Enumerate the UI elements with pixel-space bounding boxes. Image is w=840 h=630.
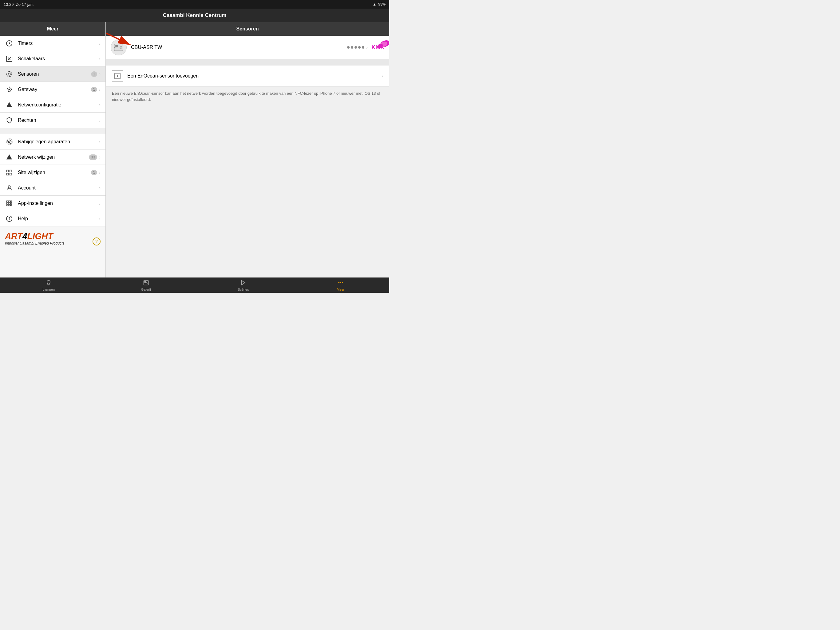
status-time-date: 13:29 Zo 17 jan. [4,2,34,7]
svg-line-2 [9,43,10,44]
person-icon [5,184,14,192]
sidebar: Meer Timers › Schakelaars › [0,22,106,277]
switch-icon [5,54,14,63]
svg-rect-14 [7,170,9,172]
chevron-icon: › [99,72,101,77]
svg-rect-25 [7,204,8,206]
sidebar-item-sensoren[interactable]: Sensoren 1 › [0,66,106,82]
tab-galerij-label: Galerij [141,288,151,291]
svg-rect-22 [7,203,8,204]
svg-point-47 [342,282,343,283]
svg-rect-17 [10,173,12,175]
sidebar-header: Meer [0,22,106,36]
help-label: Help [18,216,99,222]
rechten-label: Rechten [18,117,99,123]
svg-rect-26 [9,204,10,206]
sidebar-item-app-instellingen[interactable]: App-instellingen › [0,196,106,211]
add-sensor-item[interactable]: Een EnOcean-sensor toevoegen › [106,65,389,87]
gateway-icon [5,85,14,94]
logo-subtitle: Importer Casambi Enabled Products [5,241,101,245]
tab-bar: Lampen Galerij Scènes Meer [0,277,389,293]
svg-point-18 [8,185,10,188]
add-sensor-label: Een EnOcean-sensor toevoegen [127,73,382,79]
help-button[interactable]: ? [93,237,101,245]
svg-point-8 [8,90,10,92]
chevron-icon: › [99,41,101,46]
gateway-label: Gateway [18,87,91,92]
sidebar-item-account[interactable]: Account › [0,180,106,196]
svg-rect-19 [7,201,8,202]
svg-point-34 [120,46,122,48]
sidebar-item-help[interactable]: Help › [0,211,106,226]
chevron-icon: › [99,56,101,61]
chevron-icon: › [99,103,101,108]
tab-meer-label: Meer [337,288,344,291]
tab-lampen[interactable]: Lampen [0,278,98,293]
svg-point-30 [9,217,9,217]
sidebar-item-site-wijzigen[interactable]: Site wijzigen 1 › [0,165,106,180]
nabijgelegen-label: Nabijgelegen apparaten [18,139,99,144]
chevron-icon: › [99,201,101,206]
sensoren-label: Sensoren [18,71,91,77]
gallery-icon [143,280,149,287]
tab-meer[interactable]: Meer [292,278,390,293]
tab-scenes-label: Scènes [238,288,249,291]
chevron-icon: › [99,139,101,144]
sensor-device-icon [111,40,127,55]
svg-rect-27 [11,204,12,206]
battery-icon: 93% [378,2,385,6]
netwerk-wijzigen-label: Netwerk wijzigen [18,154,89,160]
chevron-icon: › [99,170,101,175]
info-icon [5,214,14,223]
shield-icon [5,116,14,125]
chevron-icon: › [99,155,101,160]
netwerk-wijzigen-badge: 33 [89,154,97,160]
sensor-item-cbu[interactable]: CBU-ASR TW › [106,36,389,59]
sidebar-item-timers[interactable]: Timers › [0,36,106,51]
sidebar-logo-area: ART4LIGHT Importer Casambi Enabled Produ… [0,226,106,250]
app-instellingen-label: App-instellingen [18,201,99,206]
tab-scenes[interactable]: Scènes [195,278,292,293]
title-bar: Casambi Kennis Centrum [0,9,389,22]
main-header: Sensoren [106,22,389,36]
svg-point-45 [338,282,339,283]
wifi-icon: ▲ [373,2,376,6]
svg-rect-33 [115,45,118,47]
sidebar-section-gap [0,128,106,134]
add-sensor-chevron-icon: › [382,73,383,78]
scenes-icon [240,280,246,287]
svg-marker-13 [6,154,12,159]
clock-icon [5,39,14,47]
chevron-icon: › [99,87,101,92]
network-config-icon [5,101,14,109]
chevron-icon: › [99,216,101,221]
nearby-icon [5,138,14,146]
sensor-dots [347,46,364,49]
sidebar-item-rechten[interactable]: Rechten › [0,112,106,128]
tab-lampen-label: Lampen [43,288,55,291]
netwerkconfiguratie-label: Netwerkconfiguratie [18,102,99,108]
svg-point-7 [7,71,12,77]
sidebar-item-netwerkconfiguratie[interactable]: Netwerkconfiguratie › [0,97,106,112]
svg-point-10 [8,141,10,143]
svg-marker-9 [6,102,12,107]
network-wijzigen-icon [5,153,14,161]
add-sensor-description: Een nieuwe EnOcean-sensor kan aan het ne… [106,87,389,106]
sidebar-item-schakelaars[interactable]: Schakelaars › [0,51,106,66]
status-icons: ▲ 93% [373,2,385,6]
timers-label: Timers [18,41,99,46]
main-section-gap [106,59,389,65]
finger-cursor [373,38,389,57]
schakelaars-label: Schakelaars [18,56,99,62]
sidebar-item-nabijgelegen[interactable]: Nabijgelegen apparaten › [0,134,106,149]
sidebar-item-netwerk-wijzigen[interactable]: Netwerk wijzigen 33 › [0,149,106,165]
svg-rect-23 [9,203,10,204]
sidebar-item-gateway[interactable]: Gateway 1 › [0,82,106,97]
add-sensor-icon [112,70,123,82]
tab-galerij[interactable]: Galerij [98,278,195,293]
chevron-icon: › [99,185,101,190]
sensor-row-wrapper: CBU-ASR TW › [106,36,389,59]
svg-point-11 [7,140,11,144]
lamp-icon [46,280,52,287]
sensoren-badge: 1 [91,71,98,77]
